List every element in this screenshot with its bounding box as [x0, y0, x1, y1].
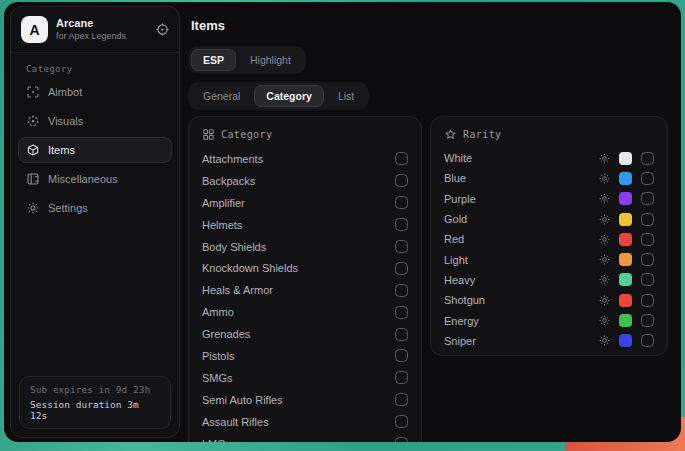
checkbox-energy[interactable] [641, 314, 654, 327]
checkbox-smgs[interactable] [395, 371, 408, 384]
tab-list[interactable]: List [326, 85, 366, 107]
checkbox-heals-armor[interactable] [395, 284, 408, 297]
sidebar-section-label: Category [11, 53, 179, 79]
sidebar-item-items[interactable]: Items [18, 137, 172, 163]
checkbox-blue[interactable] [641, 172, 654, 185]
sidebar-item-label: Items [48, 144, 75, 156]
checkbox-ammo[interactable] [395, 306, 408, 319]
color-swatch-gold[interactable] [619, 213, 632, 226]
rarity-row: Heavy [444, 270, 654, 290]
target-icon[interactable] [156, 23, 169, 36]
sidebar-item-label: Aimbot [48, 86, 82, 98]
color-swatch-red[interactable] [619, 233, 632, 246]
tab-category[interactable]: Category [254, 85, 324, 107]
color-swatch-blue[interactable] [619, 172, 632, 185]
gear-icon[interactable] [599, 335, 610, 346]
app-title: Arcane [56, 18, 126, 29]
category-row: Helmets [202, 214, 408, 236]
category-row: Semi Auto Rifles [202, 389, 408, 411]
sub-expiry-text: Sub expires in 9d 23h [30, 384, 160, 395]
tab-general[interactable]: General [191, 85, 252, 107]
app-header: A Arcane for Apex Legends [11, 7, 179, 53]
category-row: Body Shields [202, 236, 408, 258]
color-swatch-heavy[interactable] [619, 273, 632, 286]
gear-icon[interactable] [599, 173, 610, 184]
rarity-row: Sniper [444, 331, 654, 351]
gear-icon[interactable] [599, 315, 610, 326]
category-row: Grenades [202, 323, 408, 345]
gear-icon[interactable] [599, 214, 610, 225]
checkbox-light[interactable] [641, 253, 654, 266]
checkbox-heavy[interactable] [641, 273, 654, 286]
checkbox-lmgs[interactable] [395, 437, 408, 442]
checkbox-purple[interactable] [641, 192, 654, 205]
rarity-row: Shotgun [444, 290, 654, 310]
category-row: Knockdown Shields [202, 257, 408, 279]
gear-icon[interactable] [599, 153, 610, 164]
checkbox-grenades[interactable] [395, 328, 408, 341]
session-duration-text: Session duration 3m 12s [30, 399, 160, 421]
category-row: Amplifier [202, 192, 408, 214]
gear-icon[interactable] [599, 193, 610, 204]
checkbox-helmets[interactable] [395, 218, 408, 231]
sidebar-item-visuals[interactable]: Visuals [18, 108, 172, 134]
sidebar-item-settings[interactable]: Settings [18, 195, 172, 221]
rarity-panel: Rarity White Blue Purple [430, 116, 668, 356]
cube-icon [27, 144, 39, 156]
sidebar: A Arcane for Apex Legends Category [10, 6, 180, 438]
rarity-row: Gold [444, 209, 654, 229]
category-row: Attachments [202, 148, 408, 170]
sidebar-item-label: Settings [48, 202, 88, 214]
gear-icon[interactable] [599, 274, 610, 285]
tab-highlight[interactable]: Highlight [238, 49, 303, 71]
category-panel-title: Category [221, 129, 272, 140]
checkbox-backpacks[interactable] [395, 174, 408, 187]
checkbox-knockdown-shields[interactable] [395, 262, 408, 275]
checkbox-gold[interactable] [641, 213, 654, 226]
sidebar-item-aimbot[interactable]: Aimbot [18, 79, 172, 105]
tab-esp[interactable]: ESP [191, 49, 236, 71]
gear-icon[interactable] [599, 234, 610, 245]
checkbox-white[interactable] [641, 152, 654, 165]
checkbox-semi-auto-rifles[interactable] [395, 393, 408, 406]
category-row: Pistols [202, 345, 408, 367]
list-grid-icon [27, 173, 39, 185]
category-row: Heals & Armor [202, 279, 408, 301]
gear-icon[interactable] [599, 254, 610, 265]
gear-icon[interactable] [599, 295, 610, 306]
category-panel: Category Attachments Backpacks Amplifier… [188, 116, 422, 442]
color-swatch-white[interactable] [619, 152, 632, 165]
rarity-row: White [444, 148, 654, 168]
checkbox-shotgun[interactable] [641, 294, 654, 307]
checkbox-pistols[interactable] [395, 349, 408, 362]
rarity-panel-title: Rarity [463, 129, 502, 140]
rarity-row: Red [444, 229, 654, 249]
checkbox-attachments[interactable] [395, 152, 408, 165]
rarity-row: Blue [444, 168, 654, 188]
color-swatch-energy[interactable] [619, 314, 632, 327]
rarity-row: Purple [444, 189, 654, 209]
gear-icon [27, 202, 39, 214]
page-title: Items [191, 18, 225, 33]
color-swatch-light[interactable] [619, 253, 632, 266]
checkbox-sniper[interactable] [641, 334, 654, 347]
color-swatch-purple[interactable] [619, 192, 632, 205]
color-swatch-shotgun[interactable] [619, 294, 632, 307]
crosshair-icon [27, 86, 39, 98]
star-icon [445, 129, 456, 140]
session-info-box: Sub expires in 9d 23h Session duration 3… [19, 376, 171, 429]
app-window: A Arcane for Apex Legends Category [4, 2, 681, 442]
checkbox-amplifier[interactable] [395, 196, 408, 209]
app-logo: A [21, 16, 48, 43]
sidebar-nav: Aimbot Visuals Items [11, 79, 179, 221]
category-row: Assault Rifles [202, 411, 408, 433]
grid-icon [203, 129, 214, 140]
color-swatch-sniper[interactable] [619, 334, 632, 347]
checkbox-red[interactable] [641, 233, 654, 246]
category-row: LMGs [202, 433, 408, 442]
checkbox-assault-rifles[interactable] [395, 415, 408, 428]
sidebar-item-miscellaneous[interactable]: Miscellaneous [18, 166, 172, 192]
sidebar-item-label: Miscellaneous [48, 173, 118, 185]
checkbox-body-shields[interactable] [395, 240, 408, 253]
category-row: Ammo [202, 301, 408, 323]
